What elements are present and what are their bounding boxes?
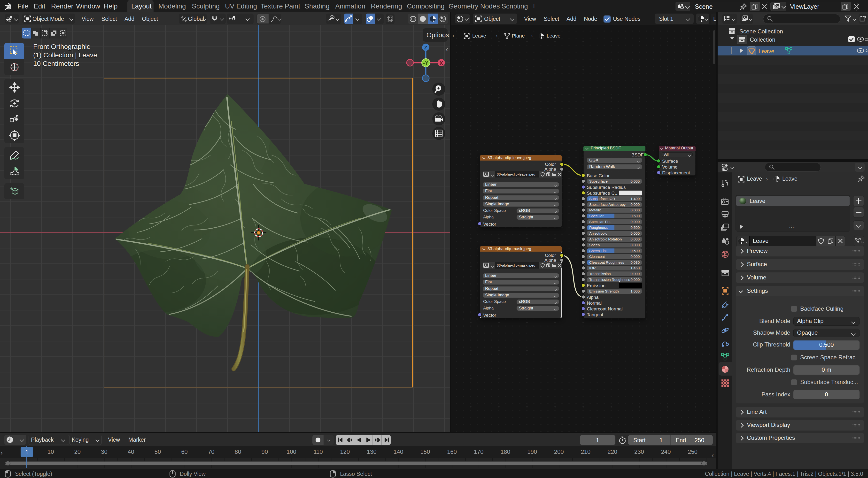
svg-text:-Y: -Y [423,60,428,66]
svg-text:X: X [440,60,443,66]
svg-text:Z: Z [424,44,427,51]
